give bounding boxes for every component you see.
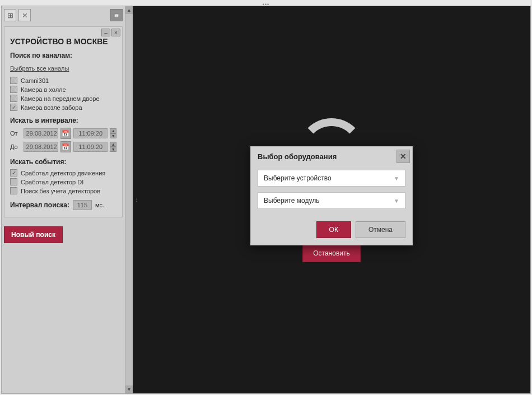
chevron-down-icon: ▼	[394, 198, 399, 204]
search-interval-row: Интервал поиска: 115 мс.	[10, 200, 116, 210]
stop-button[interactable]: Остановить	[302, 244, 361, 262]
sidebar-scrollbar[interactable]: ▲ ▼	[125, 6, 133, 393]
from-label: От	[10, 130, 21, 137]
calendar-icon[interactable]: 📅	[60, 141, 72, 152]
menu-icon[interactable]: ≡	[110, 9, 123, 21]
search-interval-label: Интервал поиска:	[10, 201, 69, 209]
ok-button[interactable]: ОК	[316, 221, 351, 238]
scroll-up-icon[interactable]: ▲	[125, 6, 133, 14]
event-checkbox[interactable]	[10, 178, 17, 185]
main-viewport: ⋮ Остановить Выбор оборудования ✕ Выбери…	[133, 6, 530, 393]
search-interval-unit: мс.	[95, 202, 104, 208]
minimize-icon[interactable]: –	[101, 29, 110, 36]
from-time-input[interactable]: 11:09:20	[73, 128, 108, 138]
device-select-label: Выберите устройство	[264, 174, 332, 182]
event-checkbox[interactable]	[10, 169, 17, 176]
event-row: Поиск без учета детекторов	[10, 187, 116, 194]
chevron-down-icon: ▼	[394, 175, 399, 182]
events-heading: Искать события:	[10, 158, 116, 166]
event-checkbox[interactable]	[10, 187, 17, 194]
modal-close-icon[interactable]: ✕	[396, 150, 410, 163]
event-row: Сработал детектор DI	[10, 178, 116, 185]
date-from-row: От 29.08.2012 📅 11:09:20 ▲▼	[10, 128, 116, 139]
from-date-input[interactable]: 29.08.2012	[24, 128, 58, 138]
channel-label: Camni301	[21, 77, 49, 84]
splitter-grip[interactable]: ⋮	[134, 197, 139, 203]
scroll-down-icon[interactable]: ▼	[125, 385, 133, 393]
interval-heading: Искать в интервале:	[10, 117, 116, 124]
event-label: Сработал детектор движения	[21, 170, 105, 176]
module-select-label: Выберите модуль	[264, 197, 319, 205]
channel-checkbox[interactable]	[10, 95, 17, 102]
module-select[interactable]: Выберите модуль ▼	[258, 192, 405, 209]
select-all-channels-link[interactable]: Выбрать все каналы	[10, 65, 69, 72]
cancel-button[interactable]: Отмена	[356, 221, 405, 238]
panel-title: УСТРОЙСТВО В МОСКВЕ	[10, 37, 116, 46]
event-label: Поиск без учета детекторов	[21, 188, 100, 194]
modal-title: Выбор оборудования	[258, 152, 337, 161]
to-time-input[interactable]: 11:09:20	[73, 142, 108, 152]
to-label: До	[10, 143, 21, 150]
device-select[interactable]: Выберите устройство ▼	[258, 170, 405, 187]
search-panel: – × УСТРОЙСТВО В МОСКВЕ Поиск по каналам…	[4, 26, 123, 217]
channel-label: Камера на переднем дворе	[21, 95, 100, 102]
app-frame: ⊞ ⨯ ≡ – × УСТРОЙСТВО В МОСКВЕ Поиск по к…	[1, 6, 531, 394]
channel-label: Камера возле забора	[21, 104, 82, 111]
channel-label: Камера в холле	[21, 86, 66, 93]
channel-row: Камера возле забора	[10, 104, 116, 111]
event-row: Сработал детектор движения	[10, 169, 116, 176]
add-panel-icon[interactable]: ⊞	[4, 9, 16, 21]
remove-panel-icon[interactable]: ⨯	[18, 9, 31, 21]
channel-checkbox[interactable]	[10, 77, 17, 84]
close-icon[interactable]: ×	[111, 29, 120, 36]
to-date-input[interactable]: 29.08.2012	[24, 142, 58, 152]
equipment-modal: Выбор оборудования ✕ Выберите устройство…	[250, 146, 413, 245]
channel-row: Camni301	[10, 77, 116, 84]
channel-checkbox[interactable]	[10, 86, 17, 93]
calendar-icon[interactable]: 📅	[60, 128, 72, 139]
date-to-row: До 29.08.2012 📅 11:09:20 ▲▼	[10, 141, 116, 152]
sidebar-toolbar: ⊞ ⨯ ≡	[2, 6, 125, 24]
time-spinner[interactable]: ▲▼	[110, 128, 116, 138]
search-interval-input[interactable]: 115	[73, 200, 92, 210]
time-spinner[interactable]: ▲▼	[110, 142, 116, 152]
sidebar: ⊞ ⨯ ≡ – × УСТРОЙСТВО В МОСКВЕ Поиск по к…	[2, 6, 125, 393]
new-search-button[interactable]: Новый поиск	[4, 226, 63, 243]
channels-heading: Поиск по каналам:	[10, 52, 116, 59]
channel-checkbox[interactable]	[10, 104, 17, 111]
channel-row: Камера на переднем дворе	[10, 95, 116, 102]
channel-row: Камера в холле	[10, 86, 116, 93]
event-label: Сработал детектор DI	[21, 179, 83, 185]
